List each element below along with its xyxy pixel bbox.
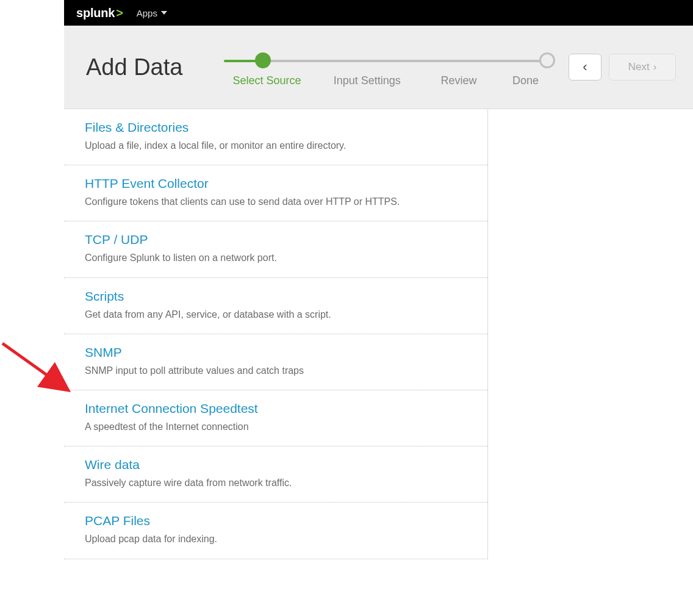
source-item-scripts[interactable]: Scripts Get data from any API, service, … — [64, 278, 487, 334]
source-item-snmp[interactable]: SNMP SNMP input to poll attribute values… — [64, 334, 487, 390]
brand-suffix: > — [116, 6, 123, 20]
wizard-track-line — [224, 60, 550, 62]
svg-line-0 — [2, 343, 68, 390]
wizard-labels: Select Source Input Settings Review Done — [220, 74, 554, 87]
source-title: Files & Directories — [85, 120, 469, 135]
wizard-track — [224, 51, 550, 70]
source-title: Internet Connection Speedtest — [85, 401, 469, 416]
source-item-wire-data[interactable]: Wire data Passively capture wire data fr… — [64, 446, 487, 503]
source-title: HTTP Event Collector — [85, 176, 469, 191]
wizard-step-dot-last — [539, 52, 555, 68]
brand-logo[interactable]: splunk> — [76, 6, 123, 20]
source-title: Wire data — [85, 457, 469, 472]
source-title: Scripts — [85, 289, 469, 304]
brand-name: splunk — [76, 6, 115, 20]
page-title: Add Data — [86, 54, 220, 81]
nav-buttons: ‹ Next › — [569, 54, 676, 81]
wizard-step-review: Review — [420, 74, 497, 87]
next-button: Next › — [609, 54, 676, 81]
source-title: PCAP Files — [85, 514, 469, 528]
next-button-label: Next — [628, 61, 650, 73]
wizard-step-select-source[interactable]: Select Source — [220, 74, 314, 87]
source-desc: Upload pcap data for indexing. — [85, 532, 426, 546]
source-desc: Passively capture wire data from network… — [85, 476, 426, 490]
wizard-step-done: Done — [497, 74, 554, 87]
source-item-files-directories[interactable]: Files & Directories Upload a file, index… — [64, 109, 487, 165]
back-button[interactable]: ‹ — [569, 54, 601, 81]
wizard-step-input-settings: Input Settings — [314, 74, 420, 87]
source-title: SNMP — [85, 345, 469, 360]
source-desc: Configure tokens that clients can use to… — [85, 195, 426, 209]
content: Files & Directories Upload a file, index… — [64, 109, 693, 559]
source-desc: SNMP input to poll attribute values and … — [85, 364, 426, 378]
source-item-http-event-collector[interactable]: HTTP Event Collector Configure tokens th… — [64, 165, 487, 221]
source-item-pcap-files[interactable]: PCAP Files Upload pcap data for indexing… — [64, 503, 487, 559]
source-list: Files & Directories Upload a file, index… — [64, 109, 488, 559]
source-desc: Upload a file, index a local file, or mo… — [85, 138, 426, 152]
wizard-stepper: Select Source Input Settings Review Done — [220, 48, 554, 87]
source-desc: Configure Splunk to listen on a network … — [85, 251, 426, 265]
chevron-left-icon: ‹ — [583, 59, 587, 75]
source-item-tcp-udp[interactable]: TCP / UDP Configure Splunk to listen on … — [64, 221, 487, 278]
apps-menu[interactable]: Apps — [137, 8, 167, 18]
source-desc: A speedtest of the Internet connection — [85, 420, 426, 434]
header: Add Data Select Source Input Settings Re… — [64, 26, 693, 109]
apps-menu-label: Apps — [137, 8, 157, 18]
source-title: TCP / UDP — [85, 232, 469, 247]
wizard-step-dot-current — [255, 52, 271, 68]
chevron-down-icon — [161, 11, 167, 15]
chevron-right-icon: › — [653, 61, 657, 73]
topbar: splunk> Apps — [64, 0, 693, 26]
source-item-speedtest[interactable]: Internet Connection Speedtest A speedtes… — [64, 390, 487, 446]
source-desc: Get data from any API, service, or datab… — [85, 307, 426, 321]
